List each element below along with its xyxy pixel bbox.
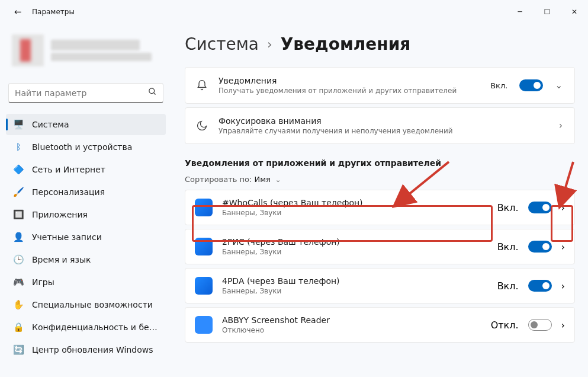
app-toggle[interactable] xyxy=(528,202,552,213)
update-icon: 🔄 xyxy=(13,344,24,355)
chevron-right-icon[interactable]: › xyxy=(561,241,565,253)
main-content: Система › Уведомления Уведомления Получа… xyxy=(172,24,588,377)
window-controls: ─ ☐ ✕ xyxy=(506,0,588,24)
svg-line-1 xyxy=(153,92,155,94)
app-notifications-list: #WhoCalls (через Ваш телефон) Баннеры, З… xyxy=(185,190,575,343)
app-title: #WhoCalls (через Ваш телефон) xyxy=(222,198,488,207)
gaming-icon: 🎮 xyxy=(13,277,24,287)
focus-assist-row[interactable]: Фокусировка внимания Управляйте случаями… xyxy=(185,107,575,144)
sidebar-item-label: Специальные возможности xyxy=(32,300,153,309)
app-toggle[interactable] xyxy=(528,319,552,331)
accounts-icon: 👤 xyxy=(13,232,24,242)
breadcrumb-parent[interactable]: Система xyxy=(185,34,259,54)
sidebar-item-personalization[interactable]: 🖌️Персонализация xyxy=(6,181,166,203)
moon-icon xyxy=(195,120,209,132)
sort-label: Сортировать по: xyxy=(185,175,252,184)
sidebar-item-label: Центр обновления Windows xyxy=(32,345,153,354)
search-box[interactable] xyxy=(8,83,163,103)
close-button[interactable]: ✕ xyxy=(561,0,588,24)
accessibility-icon: ✋ xyxy=(13,299,24,310)
app-notification-row[interactable]: #WhoCalls (через Ваш телефон) Баннеры, З… xyxy=(185,190,575,225)
app-subtitle: Отключено xyxy=(222,326,481,334)
toggle-state-label: Вкл. xyxy=(497,241,519,253)
search-input[interactable] xyxy=(15,88,148,98)
nav-list: 🖥️СистемаᛒBluetooth и устройства🔷Сеть и … xyxy=(6,114,166,360)
chevron-right-icon[interactable]: › xyxy=(561,202,565,213)
sidebar-item-label: Приложения xyxy=(32,210,88,219)
sidebar-item-time[interactable]: 🕒Время и язык xyxy=(6,249,166,270)
sidebar-item-label: Сеть и Интернет xyxy=(32,165,105,174)
app-title: 4PDA (через Ваш телефон) xyxy=(222,276,488,286)
sidebar-item-accessibility[interactable]: ✋Специальные возможности xyxy=(6,294,166,315)
toggle-state-label: Вкл. xyxy=(490,81,507,90)
app-notification-row[interactable]: ABBYY Screenshot Reader Отключено Откл. … xyxy=(185,307,575,343)
sidebar-item-label: Конфиденциальность и безопасность xyxy=(32,322,159,332)
toggle-state-label: Вкл. xyxy=(497,202,519,213)
card-title: Фокусировка внимания xyxy=(219,116,547,126)
window-title: Параметры xyxy=(32,8,75,16)
sidebar-item-accounts[interactable]: 👤Учетные записи xyxy=(6,226,166,248)
profile-text xyxy=(51,34,160,66)
app-subtitle: Баннеры, Звуки xyxy=(222,209,488,217)
app-toggle[interactable] xyxy=(528,280,552,292)
app-title: 2ГИС (через Ваш телефон) xyxy=(222,237,488,247)
sidebar-item-system[interactable]: 🖥️Система xyxy=(6,114,166,135)
titlebar: ← Параметры ─ ☐ ✕ xyxy=(0,0,588,24)
sidebar-item-label: Персонализация xyxy=(32,187,105,197)
breadcrumb: Система › Уведомления xyxy=(185,34,575,54)
card-subtitle: Получать уведомления от приложений и дру… xyxy=(219,87,481,95)
app-title: ABBYY Screenshot Reader xyxy=(222,315,481,325)
network-icon: 🔷 xyxy=(13,164,24,175)
avatar xyxy=(12,34,44,66)
svg-point-0 xyxy=(149,88,155,94)
app-notification-row[interactable]: 2ГИС (через Ваш телефон) Баннеры, Звуки … xyxy=(185,229,575,264)
time-icon: 🕒 xyxy=(13,254,24,265)
app-icon xyxy=(195,316,213,334)
sidebar: 🖥️СистемаᛒBluetooth и устройства🔷Сеть и … xyxy=(0,24,172,377)
sidebar-item-label: Bluetooth и устройства xyxy=(32,142,132,152)
chevron-right-icon[interactable]: › xyxy=(561,320,565,331)
app-subtitle: Баннеры, Звуки xyxy=(222,248,488,256)
sidebar-item-label: Система xyxy=(32,120,69,129)
chevron-down-icon[interactable]: ⌄ xyxy=(552,80,565,91)
sidebar-item-gaming[interactable]: 🎮Игры xyxy=(6,271,166,293)
app-notification-row[interactable]: 4PDA (через Ваш телефон) Баннеры, Звуки … xyxy=(185,268,575,303)
app-icon xyxy=(195,199,213,216)
chevron-right-icon[interactable]: › xyxy=(561,280,565,292)
sidebar-item-bluetooth[interactable]: ᛒBluetooth и устройства xyxy=(6,136,166,158)
sidebar-item-apps[interactable]: 🔲Приложения xyxy=(6,204,166,225)
card-subtitle: Управляйте случаями получения и неполуче… xyxy=(219,127,547,135)
sidebar-item-label: Игры xyxy=(32,277,54,287)
sidebar-item-update[interactable]: 🔄Центр обновления Windows xyxy=(6,339,166,360)
toggle-state-label: Вкл. xyxy=(497,280,519,292)
privacy-icon: 🔒 xyxy=(13,322,24,333)
breadcrumb-current: Уведомления xyxy=(281,34,410,54)
app-toggle[interactable] xyxy=(528,241,552,253)
sort-value: Имя xyxy=(254,175,270,184)
maximize-button[interactable]: ☐ xyxy=(534,0,561,24)
app-icon xyxy=(195,277,213,295)
chevron-right-icon[interactable]: › xyxy=(557,120,565,131)
section-title: Уведомления от приложений и других отпра… xyxy=(185,158,575,168)
bluetooth-icon: ᛒ xyxy=(13,142,24,152)
system-icon: 🖥️ xyxy=(13,119,24,130)
minimize-button[interactable]: ─ xyxy=(506,0,534,24)
sidebar-item-network[interactable]: 🔷Сеть и Интернет xyxy=(6,159,166,180)
back-button[interactable]: ← xyxy=(7,7,28,17)
bell-icon xyxy=(195,79,209,91)
sidebar-item-privacy[interactable]: 🔒Конфиденциальность и безопасность xyxy=(6,317,166,338)
personalization-icon: 🖌️ xyxy=(13,187,24,197)
chevron-down-icon: ⌄ xyxy=(275,176,281,184)
chevron-right-icon: › xyxy=(267,37,272,52)
notifications-toggle[interactable] xyxy=(519,79,543,91)
card-title: Уведомления xyxy=(219,76,481,85)
sidebar-item-label: Учетные записи xyxy=(32,232,102,242)
app-icon xyxy=(195,238,213,255)
apps-icon: 🔲 xyxy=(13,209,24,220)
profile-block[interactable] xyxy=(6,28,166,72)
toggle-state-label: Откл. xyxy=(491,320,519,331)
sidebar-item-label: Время и язык xyxy=(32,255,91,264)
notifications-master-row[interactable]: Уведомления Получать уведомления от прил… xyxy=(185,67,575,104)
search-icon xyxy=(148,87,157,98)
sort-control[interactable]: Сортировать по: Имя ⌄ xyxy=(185,175,575,184)
